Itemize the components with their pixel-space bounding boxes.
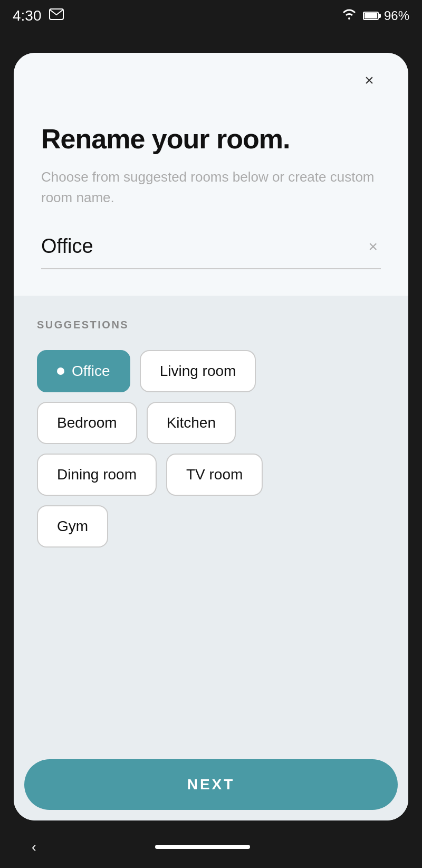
suggestion-label-bedroom: Bedroom: [57, 414, 117, 431]
battery-percentage: 96%: [384, 8, 409, 23]
suggestion-chip-office[interactable]: Office: [37, 350, 130, 392]
status-left: 4:30: [13, 7, 64, 24]
home-indicator[interactable]: [155, 845, 250, 849]
suggestion-row-1: Office Living room: [37, 350, 385, 392]
suggestion-chip-tv-room[interactable]: TV room: [166, 454, 263, 496]
chip-dot-office: [57, 367, 64, 375]
suggestion-chip-living-room[interactable]: Living room: [140, 350, 256, 392]
input-row: ×: [41, 234, 381, 269]
suggestion-label-office: Office: [72, 363, 110, 380]
room-name-input[interactable]: [41, 235, 365, 258]
modal-subtitle: Choose from suggested rooms below or cre…: [41, 167, 381, 208]
suggestion-row-4: Gym: [37, 505, 385, 548]
nav-bar: ‹: [0, 826, 422, 868]
suggestion-chip-dining-room[interactable]: Dining room: [37, 454, 157, 496]
close-button[interactable]: ×: [358, 69, 381, 92]
status-time: 4:30: [13, 7, 42, 24]
suggestion-chip-kitchen[interactable]: Kitchen: [147, 402, 236, 444]
gmail-icon: [49, 8, 64, 23]
suggestion-label-dining-room: Dining room: [57, 466, 137, 483]
status-right: 96%: [341, 8, 409, 24]
next-button[interactable]: NEXT: [24, 759, 398, 810]
suggestions-grid: Office Living room Bedroom Kitchen Dinin…: [37, 350, 385, 805]
suggestion-chip-bedroom[interactable]: Bedroom: [37, 402, 137, 444]
suggestion-label-gym: Gym: [57, 518, 88, 535]
suggestion-row-3: Dining room TV room: [37, 454, 385, 496]
close-btn-row: ×: [41, 69, 381, 92]
suggestions-label: SUGGESTIONS: [37, 319, 385, 331]
suggestion-chip-gym[interactable]: Gym: [37, 505, 108, 548]
modal-card: × Rename your room. Choose from suggeste…: [14, 53, 408, 820]
battery-icon: [363, 12, 379, 20]
back-button[interactable]: ‹: [32, 839, 36, 855]
next-btn-container: NEXT: [14, 759, 408, 810]
modal-top: × Rename your room. Choose from suggeste…: [14, 53, 408, 296]
modal-bottom: SUGGESTIONS Office Living room Bedroom K…: [14, 296, 408, 820]
wifi-icon: [341, 8, 358, 24]
modal-title: Rename your room.: [41, 124, 381, 155]
suggestion-row-2: Bedroom Kitchen: [37, 402, 385, 444]
suggestion-label-tv-room: TV room: [186, 466, 243, 483]
suggestion-label-kitchen: Kitchen: [167, 414, 216, 431]
suggestion-label-living-room: Living room: [160, 363, 236, 380]
status-bar: 4:30 96%: [0, 0, 422, 32]
input-clear-button[interactable]: ×: [365, 234, 381, 259]
